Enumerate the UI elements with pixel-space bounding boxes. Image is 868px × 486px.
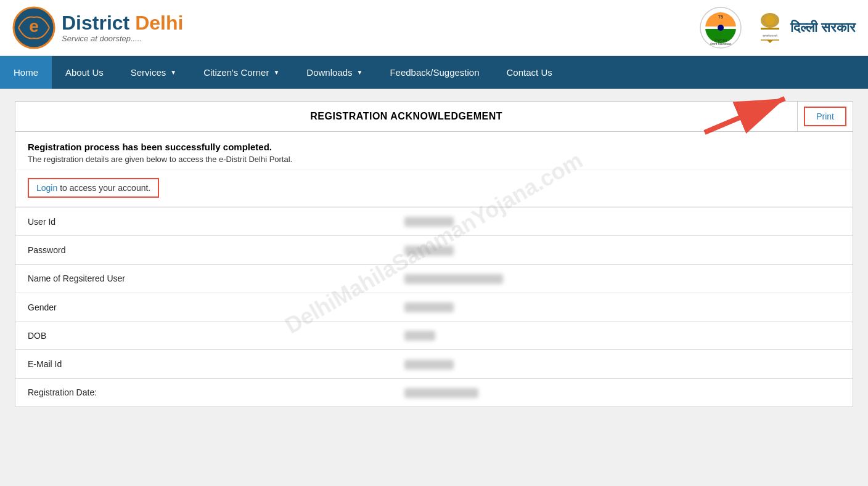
- ack-header: REGISTRATION ACKNOWLEDGEMENT Print: [15, 102, 853, 132]
- emblem-icon: सत्यमेव जयते: [755, 9, 785, 46]
- svg-text:75: 75: [718, 15, 723, 19]
- success-title: Registration process has been successful…: [28, 142, 840, 152]
- success-desc: The registration details are given below…: [28, 155, 840, 164]
- nav-citizens-corner[interactable]: Citizen's Corner ▼: [190, 56, 293, 89]
- downloads-dropdown-icon: ▼: [357, 69, 363, 76]
- logo-title-part1: District: [62, 12, 135, 34]
- nav-contact-us[interactable]: Contact Us: [493, 56, 566, 89]
- login-access-text: to access your account.: [60, 183, 150, 193]
- nav-downloads[interactable]: Downloads ▼: [293, 56, 376, 89]
- emblem-area: सत्यमेव जयते दिल्ली सरकार: [755, 9, 856, 46]
- dob-value: blurred: [404, 331, 435, 341]
- main-navbar: Home About Us Services ▼ Citizen's Corne…: [0, 56, 868, 89]
- main-content: REGISTRATION ACKNOWLEDGEMENT Print: [0, 89, 868, 458]
- field-value-gender: blurred: [392, 293, 853, 321]
- table-row: User Id blurred: [15, 208, 853, 236]
- login-box: Login to access your account.: [28, 178, 159, 198]
- field-value-dob: blurred: [392, 322, 853, 350]
- password-value: blurred: [404, 246, 454, 256]
- print-btn-wrapper: Print: [797, 102, 853, 131]
- field-value-email: blurred: [392, 350, 853, 378]
- logo-icon: e: [12, 6, 55, 49]
- svg-text:e: e: [29, 17, 39, 36]
- svg-text:Amrit Mahotsav: Amrit Mahotsav: [710, 42, 732, 46]
- table-row: E-Mail Id blurred: [15, 350, 853, 378]
- field-value-password: blurred: [392, 236, 853, 264]
- field-label-gender: Gender: [15, 293, 392, 321]
- nav-home[interactable]: Home: [0, 56, 52, 89]
- nav-services[interactable]: Services ▼: [117, 56, 190, 89]
- logo-subtitle: Service at doorstep.....: [62, 34, 183, 43]
- logo-title: District Delhi: [62, 12, 183, 34]
- success-section: Registration process has been successful…: [15, 132, 853, 169]
- field-value-name: blurred: [392, 264, 853, 293]
- login-link[interactable]: Login: [36, 183, 57, 193]
- acknowledgement-box: REGISTRATION ACKNOWLEDGEMENT Print: [15, 101, 853, 407]
- field-label-regdate: Registration Date:: [15, 378, 392, 407]
- azadi-badge: 75 Azadi Ka Amrit Mahotsav: [699, 6, 742, 49]
- field-label-userid: User Id: [15, 208, 392, 236]
- svg-point-9: [765, 15, 775, 25]
- svg-marker-13: [767, 40, 773, 43]
- govt-name: दिल्ली सरकार: [790, 20, 856, 36]
- userid-value: blurred: [404, 217, 454, 227]
- svg-rect-10: [761, 28, 779, 30]
- logo-area: e District Delhi Service at doorstep....…: [12, 6, 183, 49]
- field-label-password: Password: [15, 236, 392, 264]
- field-value-userid: blurred: [392, 208, 853, 236]
- nav-feedback[interactable]: Feedback/Suggestion: [376, 56, 493, 89]
- table-row: DOB blurred: [15, 322, 853, 350]
- logo-title-part2: Delhi: [135, 12, 183, 34]
- email-value: blurred: [404, 360, 454, 370]
- regdate-value: blurred: [404, 388, 478, 398]
- gender-value: blurred: [404, 302, 454, 312]
- table-row: Registration Date: blurred: [15, 378, 853, 407]
- svg-text:सत्यमेव जयते: सत्यमेव जयते: [762, 34, 777, 38]
- ack-title: REGISTRATION ACKNOWLEDGEMENT: [15, 102, 797, 131]
- svg-point-4: [718, 25, 724, 31]
- field-label-dob: DOB: [15, 322, 392, 350]
- field-label-email: E-Mail Id: [15, 350, 392, 378]
- table-row: Name of Regsitered User blurred: [15, 264, 853, 293]
- azadi-circle-icon: 75 Azadi Ka Amrit Mahotsav: [699, 6, 742, 49]
- info-table: User Id blurred Password blurred Name of…: [15, 207, 853, 407]
- login-section: Login to access your account.: [15, 169, 853, 207]
- citizens-dropdown-icon: ▼: [273, 69, 279, 76]
- logo-text: District Delhi Service at doorstep.....: [62, 12, 183, 43]
- print-button[interactable]: Print: [804, 107, 846, 126]
- field-label-name: Name of Regsitered User: [15, 264, 392, 293]
- services-dropdown-icon: ▼: [170, 69, 176, 76]
- name-value: blurred: [404, 274, 503, 284]
- header-right: 75 Azadi Ka Amrit Mahotsav सत्यमेव जयते …: [699, 6, 856, 49]
- table-row: Gender blurred: [15, 293, 853, 321]
- nav-about-us[interactable]: About Us: [52, 56, 117, 89]
- site-header: e District Delhi Service at doorstep....…: [0, 0, 868, 56]
- field-value-regdate: blurred: [392, 378, 853, 407]
- table-row: Password blurred: [15, 236, 853, 264]
